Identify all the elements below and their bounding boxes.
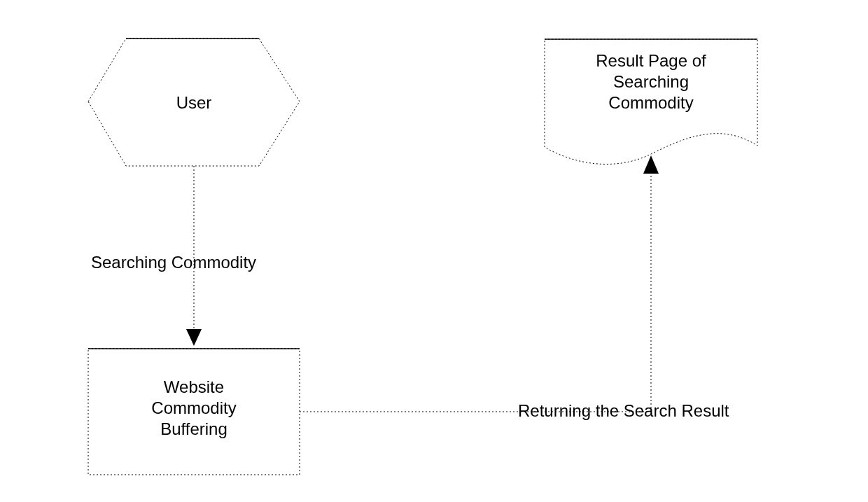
svg-marker-6 (186, 329, 202, 346)
edge-buffer-result-label: Returning the Search Result (518, 400, 784, 421)
user-label: User (88, 92, 300, 113)
arrow-buffer-to-result (300, 155, 659, 412)
edge-user-buffer-label: Searching Commodity (91, 252, 294, 273)
svg-marker-9 (643, 155, 659, 174)
diagram-canvas: User Website Commodity Buffering Result … (0, 0, 868, 502)
buffer-label: Website Commodity Buffering (88, 377, 300, 440)
result-label: Result Page of Searching Commodity (545, 50, 757, 113)
